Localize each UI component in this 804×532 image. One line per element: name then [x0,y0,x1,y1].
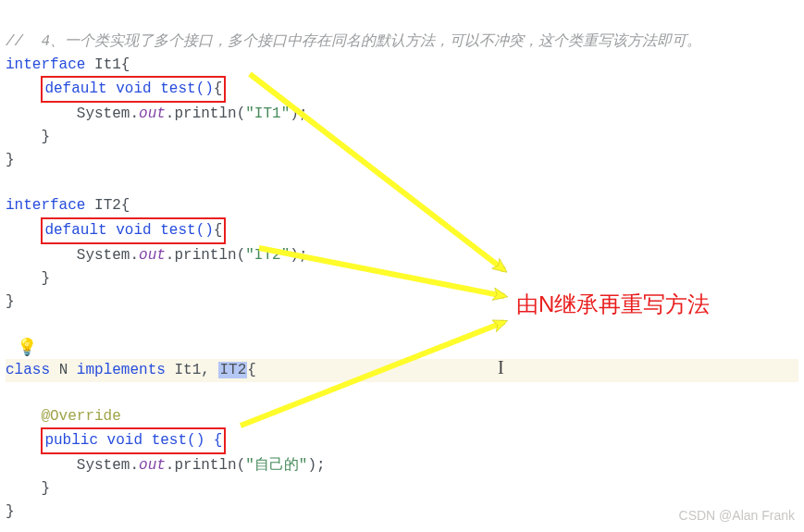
it1-name: It1 [94,56,121,73]
it2-method-box: default void test(){ [41,217,226,244]
override-annotation: @Override [41,408,120,425]
n-method-box: public void test() { [41,427,226,454]
watermark: CSDN @Alan Frank [679,506,795,526]
it1-method-box: default void test(){ [41,76,226,103]
it2-name: IT2 [94,197,121,214]
class-n-decl: class N implements It1, IT2{ [6,359,798,382]
annotation-text: 由N继承再重写方法 [516,287,710,321]
kw-interface: interface [6,56,85,73]
lightbulb-icon[interactable]: 💡 [17,336,37,362]
comment-line: // 4、一个类实现了多个接口，多个接口中存在同名的默认方法，可以不冲突，这个类… [6,33,701,50]
text-cursor-icon: I [498,353,504,382]
kw-interface2: interface [6,197,85,214]
code-editor: // 4、一个类实现了多个接口，多个接口中存在同名的默认方法，可以不冲突，这个类… [0,0,804,531]
